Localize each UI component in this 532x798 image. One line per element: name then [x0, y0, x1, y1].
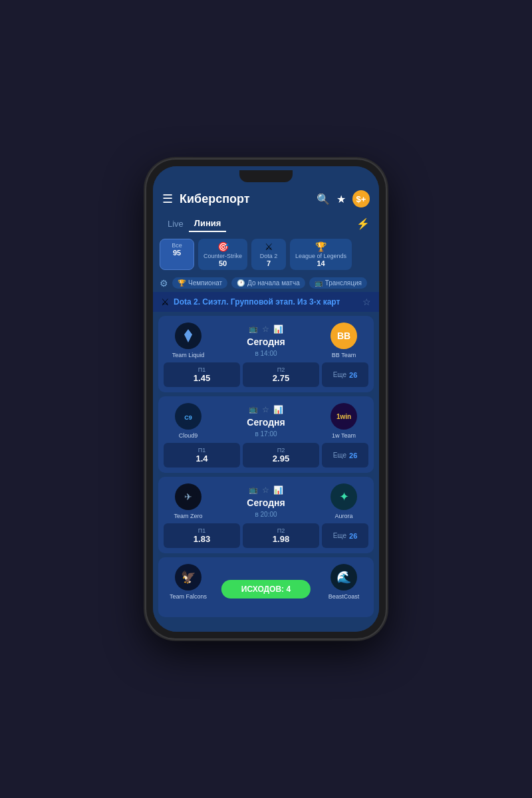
match-1-meta: 📺 ☆ 📊 [249, 325, 283, 334]
game-filters: Все 95 🎯 Counter-Strike 50 ⚔ Dota 2 7 🏆 … [153, 235, 379, 274]
match-card-1: Team Liquid 📺 ☆ 📊 Сегодня в 14:00 BB B [158, 316, 374, 392]
deposit-button[interactable]: $+ [352, 190, 370, 207]
more-button-2[interactable]: Еще 26 [322, 443, 368, 467]
star-icon-2[interactable]: ☆ [262, 405, 269, 414]
filter-all-count: 95 [173, 249, 181, 257]
filter-dota[interactable]: ⚔ Dota 2 7 [251, 239, 286, 270]
phone-frame: ☰ Киберспорт 🔍 ★ $+ Live Линия ⚡ Все 95 … [146, 160, 386, 638]
match-3-odds: П1 1.83 П2 1.98 Еще 26 [164, 523, 368, 548]
section-header: ⚔ Dota 2. Сиэтл. Групповой этап. Из 3-х … [153, 292, 379, 312]
team2-1win-name: 1w Team [332, 432, 356, 439]
filter-before-match[interactable]: 🕐 До начала матча [231, 277, 305, 289]
filter-all[interactable]: Все 95 [160, 239, 194, 270]
stats-icon-1[interactable]: 📊 [273, 325, 283, 334]
filter-lol-count: 14 [317, 259, 325, 267]
match-1-center: 📺 ☆ 📊 Сегодня в 14:00 [211, 325, 321, 357]
championship-icon: 🏆 [178, 279, 186, 287]
filter-cs-count: 50 [219, 259, 227, 267]
odds-p2-2[interactable]: П2 2.95 [243, 443, 319, 467]
match-3-teams: ✈ Team Zero 📺 ☆ 📊 Сегодня в 20:00 [158, 477, 374, 523]
match-2-odds: П1 1.4 П2 2.95 Еще 26 [164, 443, 368, 467]
team-zero-logo: ✈ [175, 483, 201, 510]
svg-text:✈: ✈ [184, 491, 192, 502]
filter-cs-label: Counter-Strike [203, 253, 242, 259]
more-button-3[interactable]: Еще 26 [322, 523, 368, 548]
more-count-2: 26 [349, 452, 357, 460]
filter-cs[interactable]: 🎯 Counter-Strike 50 [198, 239, 247, 270]
match-card-2: C9 Cloud9 📺 ☆ 📊 Сегодня в 17:00 [158, 396, 374, 473]
more-button-1[interactable]: Еще 26 [322, 362, 368, 387]
stats-icon-3[interactable]: 📊 [273, 485, 283, 495]
match-1-time-sub: в 14:00 [255, 350, 277, 357]
team2-bb: BB BB Team [321, 323, 367, 358]
filter-settings-icon[interactable]: ⚙ [160, 278, 168, 289]
odds-p2-value-3: 1.98 [273, 534, 289, 544]
header-actions: 🔍 ★ $+ [317, 190, 370, 207]
team1-cloud9: C9 Cloud9 [165, 403, 211, 439]
more-label-2: Еще [333, 452, 346, 459]
match-3-meta: 📺 ☆ 📊 [249, 485, 283, 495]
odds-p2-1[interactable]: П2 2.75 [243, 362, 319, 387]
team1-zero: ✈ Team Zero [165, 483, 211, 519]
tab-live[interactable]: Live [162, 216, 189, 231]
filter-broadcast[interactable]: 📺 Трансляция [309, 277, 367, 289]
menu-icon[interactable]: ☰ [162, 192, 173, 206]
notch [239, 170, 293, 182]
star-icon-3[interactable]: ☆ [262, 485, 269, 495]
match-1-time: Сегодня [247, 336, 285, 347]
phone-screen: ☰ Киберспорт 🔍 ★ $+ Live Линия ⚡ Все 95 … [153, 166, 379, 632]
odds-p1-3[interactable]: П1 1.83 [164, 523, 240, 548]
odds-p1-2[interactable]: П1 1.4 [164, 443, 240, 467]
stream-icon-1[interactable]: 📺 [249, 325, 258, 333]
stream-icon-2[interactable]: 📺 [249, 405, 258, 414]
team1-liquid: Team Liquid [165, 323, 211, 358]
team2-aurora-name: Aurora [334, 513, 352, 519]
stream-icon-3[interactable]: 📺 [249, 485, 258, 494]
odds-p2-value-1: 2.75 [273, 373, 289, 383]
filter-all-label: Все [172, 242, 182, 249]
star-icon-1[interactable]: ☆ [262, 325, 269, 334]
more-label-1: Еще [333, 371, 346, 378]
svg-text:C9: C9 [184, 414, 192, 421]
lol-icon: 🏆 [315, 241, 327, 252]
section-title: Dota 2. Сиэтл. Групповой этап. Из 3-х ка… [174, 297, 358, 307]
filter-lol[interactable]: 🏆 League of Legends 14 [290, 239, 352, 270]
match-2-teams: C9 Cloud9 📺 ☆ 📊 Сегодня в 17:00 [158, 396, 374, 443]
team1-cloud9-name: Cloud9 [179, 432, 198, 439]
liquid-svg [178, 325, 199, 346]
stats-icon-2[interactable]: 📊 [273, 405, 283, 414]
match-1-teams: Team Liquid 📺 ☆ 📊 Сегодня в 14:00 BB B [158, 316, 374, 362]
clock-icon: 🕐 [237, 279, 245, 287]
tab-liniya[interactable]: Линия [189, 215, 227, 232]
odds-p1-1[interactable]: П1 1.45 [164, 362, 240, 387]
broadcast-label: Трансляция [325, 279, 362, 287]
team-aurora-logo: ✦ [331, 483, 357, 510]
odds-p1-value-2: 1.4 [196, 454, 207, 464]
match-3-time: Сегодня [247, 497, 285, 508]
team-liquid-logo [175, 323, 201, 349]
team-falcons-logo: 🦅 [175, 564, 201, 591]
team-cloud9-logo: C9 [175, 403, 201, 430]
search-icon[interactable]: 🔍 [317, 193, 330, 205]
match-card-3: ✈ Team Zero 📺 ☆ 📊 Сегодня в 20:00 [158, 477, 374, 553]
cloud9-svg: C9 [178, 406, 198, 426]
odds-p1-value-1: 1.45 [194, 373, 210, 383]
section-favorite-icon[interactable]: ☆ [362, 297, 371, 307]
odds-p2-label-1: П2 [277, 366, 285, 373]
team2-aurora: ✦ Aurora [321, 483, 367, 519]
team2-1win: 1win 1w Team [321, 403, 367, 439]
flash-icon[interactable]: ⚡ [356, 217, 370, 230]
team-beastcoast-name: BeastCoast [329, 593, 360, 600]
odds-p2-value-2: 2.95 [273, 454, 289, 464]
team-bb-logo: BB [331, 323, 357, 349]
more-count-3: 26 [349, 532, 357, 540]
outcomes-button[interactable]: ИСХОДОВ: 4 [221, 580, 311, 598]
notch-bar [153, 166, 379, 186]
match-3-center: 📺 ☆ 📊 Сегодня в 20:00 [211, 485, 321, 518]
more-label-3: Еще [333, 532, 346, 539]
favorites-icon[interactable]: ★ [336, 193, 346, 205]
odds-p1-label-3: П1 [198, 527, 205, 534]
odds-p2-3[interactable]: П2 1.98 [243, 523, 319, 548]
filter-championship[interactable]: 🏆 Чемпионат [172, 277, 227, 289]
match-card-bottom: 🦅 Team Falcons 🌊 BeastCoast ИСХОДОВ: 4 [158, 557, 374, 617]
